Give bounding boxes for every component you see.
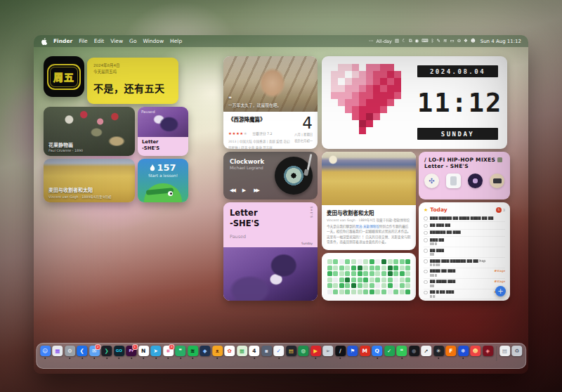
- todo-item[interactable]: ▇▇ ▇▇▇▇▇: [424, 247, 505, 258]
- lofi-playlist-widget[interactable]: / LO-FI HIP-HOP MIXES Letter - SHE'S ✣: [419, 152, 510, 200]
- display-mirror-icon[interactable]: ⧉: [409, 39, 412, 44]
- todo-checkbox[interactable]: [424, 231, 428, 235]
- todo-widget[interactable]: ★ Today 5 3 ▇▇▇ ▇▇▇▇▇ ▇▇ ▇▇▇▇ ▇▇▇▇ ▇▇ ▇▇…: [419, 202, 510, 301]
- contribution-graph-widget[interactable]: [322, 253, 416, 301]
- todo-item[interactable]: ▇▇▇▇ ▇▇▇ ▇▇▇▇▇▇ ▇▇ ▇▇ hop▇ ▇ ▇▇: [424, 258, 505, 268]
- todo-item[interactable]: ▇▇ ▇ ▇▇ ▇▇▇▇ ▇#Stage: [424, 289, 505, 300]
- dock-bear-app-icon[interactable]: ᴥ: [211, 346, 223, 359]
- todo-checkbox[interactable]: [424, 291, 428, 295]
- dock-snowflake-app-icon[interactable]: ❄: [457, 346, 469, 359]
- stats-icon[interactable]: ▥: [395, 39, 399, 44]
- todo-checkbox[interactable]: [424, 216, 428, 221]
- dock-goland-icon[interactable]: GO: [113, 346, 124, 359]
- friday-countdown-widget[interactable]: 2024年8月4日 今天是周五吗 不是，还有五天: [87, 58, 178, 104]
- dnd-icon[interactable]: ⊖: [457, 39, 461, 44]
- menu-item-finder[interactable]: Finder: [53, 38, 72, 44]
- bluetooth-icon[interactable]: ᛒ: [431, 39, 434, 44]
- control-center-icon[interactable]: ❖: [464, 39, 468, 44]
- vangogh-museum-link[interactable]: 梵高·米勒博物馆: [355, 225, 379, 228]
- menu-item-help[interactable]: Help: [170, 38, 182, 44]
- movie-calendar-widget[interactable]: ❝ 一万年太久了，就是现在吧。 《西游降魔篇》 ★★★★★ 豆瓣评分 7.2 2…: [223, 56, 318, 149]
- clockwork-music-widget[interactable]: Clockwork Michael Legrand ◀◀ ▶ ▶▶: [223, 152, 318, 200]
- menu-item-view[interactable]: View: [110, 38, 123, 44]
- dock-m-app-icon[interactable]: M: [359, 346, 370, 356]
- dock-telegram-icon[interactable]: ➤: [150, 346, 162, 359]
- pixel-clock-widget[interactable]: 2024.08.04 11:12 SUNDAY: [322, 56, 507, 149]
- user-icon[interactable]: ☻: [471, 39, 476, 44]
- todo-checkbox[interactable]: [424, 270, 428, 274]
- dock-documents-icon[interactable]: ▤: [499, 346, 510, 356]
- all-day-label[interactable]: All-day: [377, 39, 392, 44]
- dock-media-app-icon[interactable]: ▶: [310, 346, 321, 359]
- art-widget-vangogh[interactable]: 麦田与收割者和太阳 Vincent van Gogh · 1889年6月至9月初: [44, 159, 135, 202]
- record-icon[interactable]: ◉: [415, 39, 419, 44]
- dock-green-globe-app-icon[interactable]: ◍: [298, 346, 309, 356]
- pen-icon[interactable]: ✎: [437, 39, 440, 44]
- dock-notes-app-icon[interactable]: ▤: [285, 346, 296, 356]
- dock-sketch-app-icon[interactable]: ✿: [224, 346, 235, 356]
- music-widget-large[interactable]: Letter -SHE'S Paused SHE'S Sunday: [223, 202, 318, 301]
- previous-track-button[interactable]: ◀◀: [230, 188, 235, 193]
- menu-item-edit[interactable]: Edit: [94, 38, 105, 44]
- todo-item[interactable]: ▇▇ ▇▇▇ ▇▇: [424, 222, 505, 229]
- next-track-button[interactable]: ▶▶: [254, 188, 259, 193]
- menu-clock[interactable]: Sun 4 Aug 11:12: [481, 39, 521, 44]
- moon-icon[interactable]: ☾: [402, 39, 406, 44]
- todo-item[interactable]: ▇▇▇ ▇▇▇▇ ▇: [424, 237, 505, 247]
- dock-trash-icon[interactable]: ♻: [511, 346, 523, 356]
- wifi-icon[interactable]: ≋: [443, 39, 447, 44]
- dock-things-icon[interactable]: ✓: [273, 346, 285, 359]
- todo-item[interactable]: ▇ ▇▇▇ ▇▇ ▇▇▇ ▇▇▇▇ ▇▇▇▇: [424, 299, 505, 301]
- dock-spotify-icon[interactable]: ≋: [187, 346, 198, 359]
- dock-bird-app-icon[interactable]: ➢: [322, 346, 334, 356]
- todo-checkbox[interactable]: [424, 259, 428, 263]
- dock-terminal-icon[interactable]: ❯: [101, 346, 112, 359]
- dock-f-app-icon[interactable]: F: [445, 346, 457, 356]
- dock-wechat-icon[interactable]: ❞: [175, 346, 186, 359]
- dock-pixel-app-icon[interactable]: ▦: [236, 346, 247, 356]
- add-task-button[interactable]: +: [495, 286, 506, 296]
- dock-finder-icon[interactable]: ☺: [39, 346, 51, 359]
- keyboard-icon[interactable]: ⌨: [422, 39, 428, 44]
- menu-item-window[interactable]: Window: [143, 38, 164, 44]
- dock-messages-icon[interactable]: ❝: [396, 346, 407, 359]
- dock-navy-app-icon[interactable]: ◆: [200, 346, 211, 356]
- streak-widget[interactable]: 157 Start a lesson!: [138, 159, 188, 202]
- apple-logo-icon[interactable]: [41, 38, 47, 45]
- battery-icon[interactable]: ▭: [450, 39, 454, 44]
- dock-vscode-icon[interactable]: ❮: [77, 346, 88, 359]
- dock-launchpad-icon[interactable]: ▦: [52, 346, 63, 356]
- dock-flag-app-icon[interactable]: ⚑: [347, 346, 358, 356]
- todo-item[interactable]: ▇▇▇▇▇▇ ▇▇ ▇▇▇: [424, 230, 505, 237]
- todo-item[interactable]: ▇▇▇ ▇▇▇▇▇ ▇▇ ▇▇▇▇ ▇▇▇▇ ▇▇ ▇▇: [424, 215, 505, 222]
- dock-black-app-icon[interactable]: ●: [408, 346, 419, 356]
- todo-item[interactable]: ▇▇▇▇ ▇▇ ▇▇▇▇▇ ▇#Stage: [424, 268, 505, 279]
- todo-checkbox[interactable]: [424, 224, 428, 228]
- dock-mail-icon[interactable]: ✉2: [89, 346, 100, 359]
- dock-cursor-app-icon[interactable]: ➚: [421, 346, 432, 356]
- dock-slash-app-icon[interactable]: /: [334, 346, 346, 359]
- dock-gray-app-icon[interactable]: ▪: [261, 346, 272, 356]
- todo-checkbox[interactable]: [424, 238, 428, 242]
- dock-slack-icon[interactable]: ⌗3: [162, 346, 174, 359]
- vangogh-article-widget[interactable]: 麦田与收割者和太阳 Vincent van Gogh · 1889年9月 现藏于…: [322, 152, 416, 250]
- menu-item-go[interactable]: Go: [129, 38, 136, 44]
- dock-smiley-app-icon[interactable]: ☻: [470, 346, 481, 356]
- dock-q-app-icon[interactable]: Q: [372, 346, 383, 359]
- menu-item-file[interactable]: File: [79, 38, 88, 44]
- dock-shield-app-icon[interactable]: ✓: [384, 346, 395, 356]
- friday-app-icon[interactable]: 周五: [44, 56, 84, 97]
- dock-calendar-icon[interactable]: 4: [249, 346, 260, 359]
- todo-item[interactable]: ▇▇ ▇▇▇▇ ▇▇▇▇▇#Stage: [424, 279, 505, 289]
- dock-notion-icon[interactable]: N: [138, 346, 149, 359]
- dock-settings-icon[interactable]: ⚙: [64, 346, 75, 359]
- more-icon[interactable]: ⋯: [369, 39, 374, 44]
- dock-openai-app-icon[interactable]: ✳: [433, 346, 444, 359]
- play-button[interactable]: ▶: [242, 188, 246, 193]
- music-widget-small[interactable]: Paused Letter -SHE'S: [138, 107, 188, 156]
- dock-ruby-app-icon[interactable]: ◈: [482, 346, 493, 356]
- art-widget-cezanne[interactable]: 花果静物画 Paul Cézanne · 1890: [44, 107, 135, 156]
- todo-checkbox[interactable]: [424, 249, 428, 253]
- todo-checkbox[interactable]: [424, 280, 428, 285]
- dock-pr-app-icon[interactable]: Pr1: [126, 346, 137, 359]
